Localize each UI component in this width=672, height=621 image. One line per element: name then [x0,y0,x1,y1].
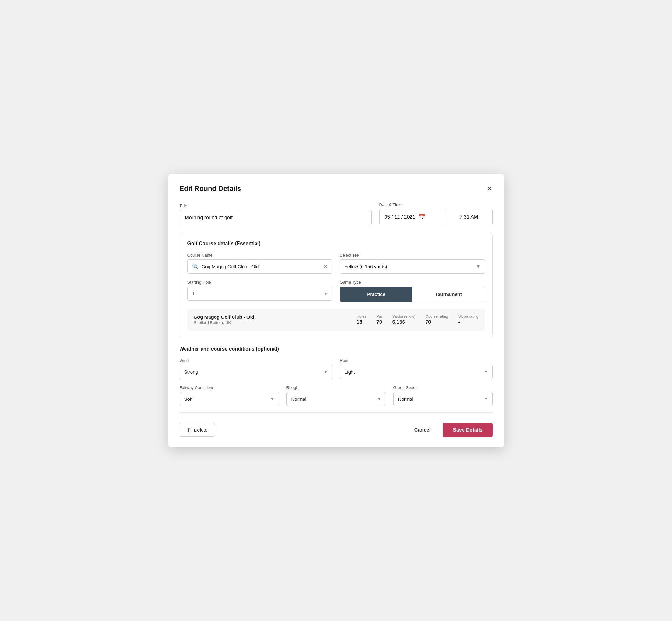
par-value: 70 [376,319,382,325]
green-speed-dropdown[interactable]: SlowNormalFast [393,392,493,406]
course-tee-row: Course Name 🔍 ✕ Select Tee Yellow (6,156… [187,253,485,274]
delete-button[interactable]: 🗑 Delete [179,423,215,437]
stat-yards: Yards(Yellow) 6,156 [392,314,416,325]
course-name-input[interactable] [202,264,321,269]
fairway-label: Fairway Conditions [179,385,279,390]
footer-divider [179,412,493,413]
par-label: Par [376,314,382,319]
green-speed-label: Green Speed [393,385,493,390]
rough-label: Rough [287,385,386,390]
starting-hole-label: Starting Hole [187,280,333,285]
course-info-location: Shelford Bottom, UK [194,320,357,325]
wind-rain-row: Wind NoneLightModerateStrong ▼ Rain None… [179,358,493,379]
date-value: 05 / 12 / 2021 [385,214,416,220]
modal-title: Edit Round Details [179,184,241,193]
date-time-group: 05 / 12 / 2021 📅 7:31 AM [379,209,493,225]
fairway-rough-green-row: Fairway Conditions HardFirmNormalSoftWet… [179,385,493,406]
trash-icon: 🗑 [187,427,192,432]
wind-group: Wind NoneLightModerateStrong ▼ [179,358,333,379]
title-field-group: Title [179,204,372,225]
fairway-dropdown[interactable]: HardFirmNormalSoftWet [179,392,279,406]
fairway-group: Fairway Conditions HardFirmNormalSoftWet… [179,385,279,406]
footer-row: 🗑 Delete Cancel Save Details [179,423,493,437]
rough-select-wrap: ShortNormalLong ▼ [287,392,386,406]
rough-dropdown[interactable]: ShortNormalLong [287,392,386,406]
modal-header: Edit Round Details × [179,184,493,194]
hole-gametype-row: Starting Hole 123 456 78910 ▼ Game Type … [187,280,485,302]
top-fields: Title Date & Time 05 / 12 / 2021 📅 7:31 … [179,202,493,225]
course-info-name-text: Gog Magog Golf Club - Old, [194,314,357,320]
wind-label: Wind [179,358,333,363]
date-input-wrap[interactable]: 05 / 12 / 2021 📅 [379,209,446,225]
course-name-group: Course Name 🔍 ✕ [187,253,333,274]
course-info-name: Gog Magog Golf Club - Old, Shelford Bott… [194,314,357,325]
practice-button[interactable]: Practice [340,287,412,302]
stat-course-rating: Course rating 70 [425,314,448,325]
holes-value: 18 [356,319,362,325]
slope-rating-label: Slope rating [458,314,478,319]
stat-par: Par 70 [376,314,382,325]
select-tee-group: Select Tee Yellow (6,156 yards) Red (5,2… [340,253,485,274]
date-time-label: Date & Time [379,202,493,207]
game-type-group: Game Type Practice Tournament [340,280,485,302]
course-rating-value: 70 [425,319,431,325]
course-info-row: Gog Magog Golf Club - Old, Shelford Bott… [187,308,485,331]
rain-group: Rain NoneLightModerateHeavy ▼ [340,358,493,379]
time-input-wrap[interactable]: 7:31 AM [446,209,493,225]
wind-dropdown[interactable]: NoneLightModerateStrong [179,365,333,379]
select-tee-dropdown[interactable]: Yellow (6,156 yards) Red (5,200 yards) W… [340,259,485,274]
title-input[interactable] [179,210,372,225]
delete-label: Delete [194,427,208,432]
weather-section-title: Weather and course conditions (optional) [179,346,493,352]
close-button[interactable]: × [486,184,493,194]
rough-group: Rough ShortNormalLong ▼ [287,385,386,406]
weather-section: Weather and course conditions (optional)… [179,346,493,406]
course-clear-button[interactable]: ✕ [323,263,328,270]
course-section-title: Golf Course details (Essential) [187,241,485,246]
starting-hole-dropdown[interactable]: 123 456 78910 [187,287,333,301]
date-time-field-group: Date & Time 05 / 12 / 2021 📅 7:31 AM [379,202,493,225]
rain-label: Rain [340,358,493,363]
rain-dropdown[interactable]: NoneLightModerateHeavy [340,365,493,379]
starting-hole-wrap: 123 456 78910 ▼ [187,287,333,301]
green-speed-select-wrap: SlowNormalFast ▼ [393,392,493,406]
select-tee-label: Select Tee [340,253,485,257]
course-name-label: Course Name [187,253,333,257]
course-input-wrap[interactable]: 🔍 ✕ [187,259,333,274]
green-speed-group: Green Speed SlowNormalFast ▼ [393,385,493,406]
holes-label: Holes [356,314,366,319]
fairway-select-wrap: HardFirmNormalSoftWet ▼ [179,392,279,406]
game-type-label: Game Type [340,280,485,285]
course-stats: Holes 18 Par 70 Yards(Yellow) 6,156 Cour… [356,314,478,325]
stat-slope-rating: Slope rating - [458,314,478,325]
slope-rating-value: - [458,319,460,325]
time-value: 7:31 AM [460,214,478,220]
course-section: Golf Course details (Essential) Course N… [179,233,493,337]
wind-select-wrap: NoneLightModerateStrong ▼ [179,365,333,379]
cancel-button[interactable]: Cancel [409,423,436,437]
rain-select-wrap: NoneLightModerateHeavy ▼ [340,365,493,379]
search-icon: 🔍 [192,263,199,270]
starting-hole-group: Starting Hole 123 456 78910 ▼ [187,280,333,302]
select-tee-wrap: Yellow (6,156 yards) Red (5,200 yards) W… [340,259,485,274]
course-rating-label: Course rating [425,314,448,319]
title-label: Title [179,204,372,208]
footer-right: Cancel Save Details [409,423,493,437]
calendar-icon: 📅 [418,214,425,220]
game-type-toggle: Practice Tournament [340,287,485,302]
edit-round-modal: Edit Round Details × Title Date & Time 0… [168,174,504,448]
save-details-button[interactable]: Save Details [443,423,493,437]
yards-label: Yards(Yellow) [392,314,416,319]
stat-holes: Holes 18 [356,314,366,325]
tournament-button[interactable]: Tournament [412,287,485,302]
yards-value: 6,156 [392,319,405,325]
